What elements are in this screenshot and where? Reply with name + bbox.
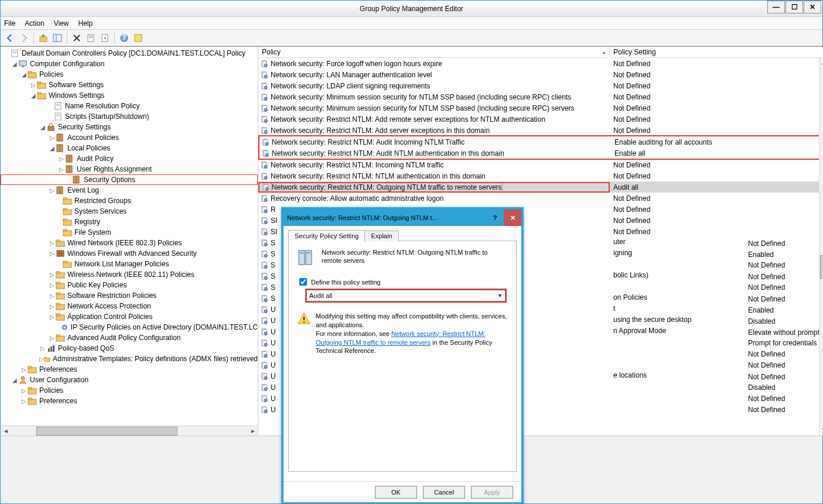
list-row[interactable]: Network security: Restrict NTLM: Add rem… <box>258 114 823 125</box>
tree-nap[interactable]: ▷Network Access Protection <box>1 301 258 311</box>
collapse-icon[interactable]: ◢ <box>11 61 18 67</box>
list-row[interactable]: Network security: Restrict NTLM: Audit N… <box>259 148 823 159</box>
up-button[interactable] <box>37 32 49 44</box>
tree-pbq[interactable]: ▷Policy-based QoS <box>1 343 258 354</box>
filter-button[interactable] <box>132 32 144 44</box>
tree-file-system[interactable]: File System <box>1 227 258 238</box>
properties-button[interactable] <box>85 32 97 44</box>
menu-help[interactable]: Help <box>78 19 93 28</box>
back-button[interactable] <box>4 32 16 44</box>
minimize-button[interactable]: — <box>767 1 785 13</box>
tree-user-config[interactable]: ◢User Configuration <box>1 375 258 385</box>
list-row[interactable]: Network security: Force logoff when logo… <box>258 58 823 69</box>
forward-button[interactable] <box>18 32 30 44</box>
expand-icon[interactable]: ▷ <box>49 240 56 246</box>
tree-preferences[interactable]: ▷Preferences <box>1 364 258 375</box>
expand-icon[interactable]: ▷ <box>49 251 56 257</box>
tree-restricted-groups[interactable]: Restricted Groups <box>1 196 258 206</box>
collapse-icon[interactable]: ◢ <box>39 124 46 131</box>
tree-local-policies[interactable]: ◢Local Policies <box>1 143 258 153</box>
tab-explain[interactable]: Explain <box>364 231 398 242</box>
menu-view[interactable]: View <box>54 19 69 28</box>
list-row[interactable]: Network security: Minimum session securi… <box>258 102 823 114</box>
expand-icon[interactable]: ▷ <box>21 398 28 404</box>
tree-wired-network[interactable]: ▷Wired Network (IEEE 802.3) Policies <box>1 238 258 248</box>
tree-user-policies[interactable]: ▷Policies <box>1 385 258 396</box>
dialog-help-button[interactable]: ? <box>486 210 504 226</box>
expand-icon[interactable]: ▷ <box>49 303 56 310</box>
tree-policies[interactable]: ◢Policies <box>1 69 258 80</box>
list-row[interactable]: Network security: Restrict NTLM: Outgoin… <box>258 181 823 193</box>
tree-view[interactable]: Default Domain Controllers Policy [DC1.D… <box>1 47 258 426</box>
menu-file[interactable]: File <box>4 19 15 28</box>
expand-icon[interactable]: ▷ <box>49 272 56 278</box>
expand-icon[interactable]: ▷ <box>21 388 28 394</box>
menu-action[interactable]: Action <box>25 19 44 28</box>
policy-value-combobox[interactable]: Audit all ▼ <box>306 290 506 301</box>
collapse-icon[interactable]: ◢ <box>30 92 37 99</box>
tree-root[interactable]: Default Domain Controllers Policy [DC1.D… <box>1 48 258 59</box>
tree-security-settings[interactable]: ◢Security Settings <box>1 122 258 132</box>
expand-icon[interactable]: ▷ <box>49 187 56 194</box>
expand-icon[interactable]: ▷ <box>39 345 46 352</box>
list-row[interactable]: Network security: LAN Manager authentica… <box>258 69 823 80</box>
show-hide-tree-button[interactable] <box>52 32 63 44</box>
tree-scripts[interactable]: Scripts (Startup/Shutdown) <box>1 111 258 122</box>
tree-security-options[interactable]: Security Options <box>1 174 258 185</box>
expand-icon[interactable]: ▷ <box>49 135 56 141</box>
tree-admin-templates[interactable]: ▷Administrative Templates: Policy defini… <box>1 354 258 364</box>
tree-nlmp[interactable]: Network List Manager Policies <box>1 259 258 269</box>
expand-icon[interactable]: ▷ <box>58 166 65 173</box>
tree-hscrollbar[interactable]: ◂ ▸ <box>1 426 258 436</box>
dialog-titlebar[interactable]: Network security: Restrict NTLM: Outgoin… <box>284 210 521 226</box>
list-vscrollbar[interactable]: ▴ ▾ <box>819 58 823 436</box>
tree-acp[interactable]: ▷Application Control Policies <box>1 311 258 322</box>
dialog-close-button[interactable]: ✕ <box>504 210 521 226</box>
list-row[interactable]: Network security: Restrict NTLM: Audit I… <box>259 136 823 148</box>
column-setting[interactable]: Policy Setting <box>610 47 823 57</box>
scroll-thumb[interactable] <box>36 427 177 436</box>
list-row[interactable]: Network security: Restrict NTLM: Add ser… <box>258 125 823 136</box>
scroll-right-icon[interactable]: ▸ <box>248 427 258 436</box>
expand-icon[interactable]: ▷ <box>49 314 56 320</box>
tree-system-services[interactable]: System Services <box>1 206 258 217</box>
collapse-icon[interactable]: ◢ <box>49 145 56 152</box>
define-policy-label[interactable]: Define this policy setting <box>311 279 381 286</box>
expand-icon[interactable]: ▷ <box>21 366 28 373</box>
expand-icon[interactable]: ▷ <box>49 282 56 289</box>
define-policy-checkbox[interactable] <box>299 278 307 286</box>
tree-event-log[interactable]: ▷Event Log <box>1 185 258 196</box>
tree-user-rights[interactable]: ▷User Rights Assignment <box>1 164 258 174</box>
tab-security-policy-setting[interactable]: Security Policy Setting <box>288 230 365 241</box>
ok-button[interactable]: OK <box>375 486 417 499</box>
tree-registry[interactable]: Registry <box>1 217 258 227</box>
expand-icon[interactable]: ▷ <box>49 293 56 299</box>
tree-pkp[interactable]: ▷Public Key Policies <box>1 280 258 290</box>
list-row[interactable]: Network security: LDAP client signing re… <box>258 80 823 91</box>
delete-button[interactable] <box>71 32 83 44</box>
tree-firewall[interactable]: ▷Windows Firewall with Advanced Security <box>1 248 258 259</box>
tree-windows-settings[interactable]: ◢Windows Settings <box>1 90 258 101</box>
scroll-thumb[interactable] <box>820 255 823 279</box>
list-row[interactable]: Network security: Restrict NTLM: Incomin… <box>258 159 823 170</box>
help-button[interactable]: ? <box>118 32 130 44</box>
expand-icon[interactable]: ▷ <box>49 335 56 341</box>
cancel-button[interactable]: Cancel <box>423 486 465 499</box>
tree-audit-policy[interactable]: ▷Audit Policy <box>1 153 258 164</box>
list-row[interactable]: Network security: Restrict NTLM: NTLM au… <box>258 170 823 181</box>
collapse-icon[interactable]: ◢ <box>11 377 18 383</box>
scroll-left-icon[interactable]: ◂ <box>1 427 11 436</box>
collapse-icon[interactable]: ◢ <box>21 71 28 78</box>
list-row[interactable]: Network security: Minimum session securi… <box>258 91 823 102</box>
apply-button[interactable]: Apply <box>471 486 513 499</box>
tree-account-policies[interactable]: ▷Account Policies <box>1 132 258 143</box>
tree-user-preferences[interactable]: ▷Preferences <box>1 396 258 406</box>
tree-name-resolution[interactable]: Name Resolution Policy <box>1 101 258 111</box>
tree-software-settings[interactable]: ▷Software Settings <box>1 80 258 90</box>
column-policy[interactable]: Policy▴ <box>258 47 610 57</box>
expand-icon[interactable]: ▷ <box>30 82 37 88</box>
export-button[interactable] <box>99 32 111 44</box>
list-row[interactable]: Recovery console: Allow automatic admini… <box>258 193 823 204</box>
maximize-button[interactable]: ☐ <box>786 1 803 13</box>
window-titlebar[interactable]: Group Policy Management Editor — ☐ ✕ <box>1 1 822 17</box>
